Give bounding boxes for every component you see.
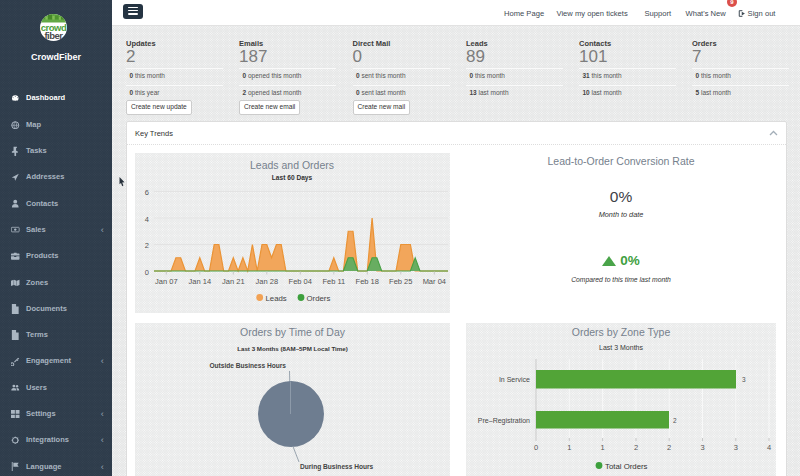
svg-text:Jan 28: Jan 28 <box>256 277 279 286</box>
svg-text:Orders by Zone Type: Orders by Zone Type <box>572 326 671 338</box>
svg-text:2: 2 <box>673 417 677 424</box>
svg-text:Jan 21: Jan 21 <box>222 277 245 286</box>
svg-text:Outside Business Hours: Outside Business Hours <box>209 362 286 369</box>
svg-text:2: 2 <box>145 241 149 250</box>
svg-text:0: 0 <box>145 268 149 277</box>
svg-text:Feb 25: Feb 25 <box>389 277 412 286</box>
svg-text:2: 2 <box>667 443 671 452</box>
svg-text:3: 3 <box>700 443 704 452</box>
svg-text:Feb 18: Feb 18 <box>356 277 379 286</box>
svg-text:Total Orders: Total Orders <box>605 462 648 471</box>
svg-text:Pre–Registration: Pre–Registration <box>478 417 530 425</box>
svg-text:1: 1 <box>567 443 571 452</box>
svg-text:Leads: Leads <box>266 294 287 303</box>
svg-text:3: 3 <box>734 443 738 452</box>
svg-text:Mar 04: Mar 04 <box>423 277 446 286</box>
svg-text:Feb 11: Feb 11 <box>322 277 345 286</box>
svg-text:1: 1 <box>601 443 605 452</box>
svg-text:2: 2 <box>634 443 638 452</box>
svg-text:3: 3 <box>742 376 746 383</box>
svg-text:During Business Hours: During Business Hours <box>300 463 374 471</box>
svg-text:Jan 14: Jan 14 <box>189 277 212 286</box>
svg-text:Orders by Time of Day: Orders by Time of Day <box>240 326 346 338</box>
svg-text:Leads and Orders: Leads and Orders <box>250 159 334 171</box>
svg-text:6: 6 <box>145 188 149 197</box>
svg-text:fiber: fiber <box>44 30 63 41</box>
svg-text:4: 4 <box>767 443 771 452</box>
svg-text:Jan 07: Jan 07 <box>155 277 178 286</box>
svg-text:Last 3 Months (8AM–5PM Local T: Last 3 Months (8AM–5PM Local Time) <box>237 345 348 352</box>
svg-text:0: 0 <box>534 443 538 452</box>
svg-text:4: 4 <box>145 215 149 224</box>
svg-text:Last 3 Months: Last 3 Months <box>599 344 643 351</box>
svg-text:Orders: Orders <box>307 294 331 303</box>
svg-text:Feb 04: Feb 04 <box>289 277 312 286</box>
svg-text:In Service: In Service <box>499 376 530 383</box>
svg-text:Last 60 Days: Last 60 Days <box>272 174 313 182</box>
